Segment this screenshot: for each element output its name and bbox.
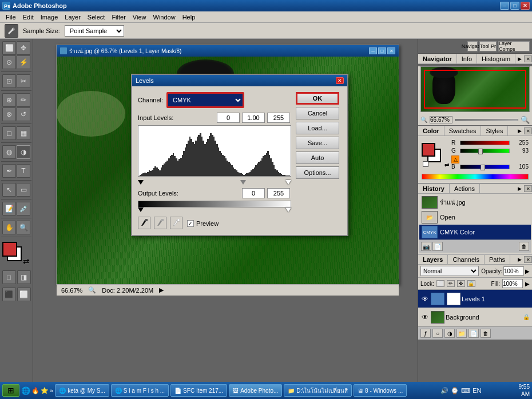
blend-mode-select[interactable]: Normal Multiply Screen (420, 266, 479, 276)
layer-item-background[interactable]: 👁 Background 🔒 (418, 308, 532, 326)
menu-help[interactable]: Help (179, 13, 199, 22)
output-black-point[interactable] (242, 188, 265, 198)
preview-checkbox[interactable]: ✓ (187, 220, 194, 227)
white-point-slider[interactable] (285, 180, 291, 185)
history-item-1[interactable]: รำแน่.jpg (419, 195, 531, 210)
white-eyedropper[interactable] (170, 217, 182, 229)
menu-file[interactable]: File (2, 13, 19, 22)
output-white-point[interactable] (267, 188, 290, 198)
auto-button[interactable]: Auto (296, 151, 339, 164)
image-minimize-btn[interactable]: ─ (369, 47, 377, 54)
menu-image[interactable]: Image (37, 13, 62, 22)
taskbar-btn-5[interactable]: 📁 D:\ในโน้นไม่เปลี่ยนสี (284, 384, 352, 397)
color-close-btn[interactable]: ✕ (524, 127, 532, 134)
tab-navigator[interactable]: Navigator (418, 54, 457, 63)
standard-mode-btn[interactable]: □ (2, 270, 16, 284)
gray-eyedropper[interactable] (154, 217, 166, 229)
layer-comps-btn[interactable]: Layer Comps (498, 41, 530, 51)
crop-tool[interactable]: ⊡ (2, 74, 16, 88)
output-black-slider[interactable] (138, 208, 144, 212)
layer-style-btn[interactable]: ƒ (420, 329, 431, 338)
color-spectrum[interactable] (422, 174, 529, 179)
layer-group-btn[interactable]: 📁 (456, 329, 467, 338)
levels-close-btn[interactable]: ✕ (336, 77, 344, 84)
stamp-tool[interactable]: ⊗ (2, 107, 16, 121)
slice-tool[interactable]: ✂ (17, 74, 30, 88)
history-close-btn[interactable]: ✕ (524, 185, 532, 192)
notes-tool[interactable]: 📝 (2, 202, 16, 216)
taskbar-btn-2[interactable]: 🌐 S i a m F i s h ... (111, 384, 169, 397)
maximize-btn[interactable]: □ (510, 2, 519, 10)
zoom-input[interactable] (430, 116, 452, 123)
black-eyedropper[interactable] (138, 217, 150, 229)
lasso-tool[interactable]: ⊙ (2, 55, 16, 69)
tab-histogram[interactable]: Histogram (477, 54, 515, 63)
layers-menu-btn[interactable]: ▶ (515, 257, 524, 262)
start-button[interactable]: ⊞ (2, 384, 19, 397)
menu-view[interactable]: View (129, 13, 150, 22)
fill-input[interactable] (502, 279, 523, 288)
magic-wand-tool[interactable]: ⚡ (17, 55, 30, 69)
brush-tool[interactable]: ✏ (17, 93, 30, 107)
taskbar-btn-4[interactable]: 🖼 Adobe Photo... (229, 384, 282, 397)
layer-delete-btn[interactable]: 🗑 (481, 329, 491, 338)
taskbar-btn-6[interactable]: 🖥 8 - Windows ... (354, 384, 407, 397)
hand-tool[interactable]: ✋ (2, 221, 16, 234)
history-item-2[interactable]: 📂 Open (419, 210, 531, 225)
input-gamma[interactable] (242, 113, 265, 123)
color-menu-btn[interactable]: ▶ (515, 128, 524, 134)
standard-screen-btn[interactable]: ⬛ (2, 288, 16, 301)
tab-styles[interactable]: Styles (481, 126, 508, 135)
input-white-point[interactable] (267, 113, 290, 123)
output-white-slider[interactable] (285, 208, 291, 212)
zoom-tool[interactable]: 🔍 (17, 221, 30, 234)
image-maximize-btn[interactable]: □ (378, 47, 386, 54)
history-item-3[interactable]: CMYK CMYK Color (419, 225, 531, 240)
lock-position-btn[interactable]: ✥ (457, 280, 465, 287)
layer-eye-background[interactable]: 👁 (420, 313, 430, 322)
tab-color[interactable]: Color (418, 126, 444, 135)
tab-history[interactable]: History (418, 184, 450, 193)
layer-new-btn[interactable]: 📄 (469, 329, 479, 338)
layer-adj-btn[interactable]: ◑ (444, 329, 455, 338)
menu-window[interactable]: Window (150, 13, 179, 22)
tab-channels[interactable]: Channels (448, 255, 484, 264)
opacity-input[interactable] (503, 266, 524, 276)
history-new-doc-btn[interactable]: 📄 (432, 242, 443, 251)
taskbar-btn-1[interactable]: 🌐 keta @ My S... (55, 384, 109, 397)
cancel-button[interactable]: Cancel (296, 107, 339, 119)
gamma-slider[interactable] (240, 180, 246, 185)
brushes-btn[interactable]: Navigator (467, 41, 478, 51)
pen-tool[interactable]: ✒ (2, 164, 16, 178)
menu-filter[interactable]: Filter (108, 13, 129, 22)
save-button[interactable]: Save... (296, 137, 339, 149)
fill-arrow[interactable]: ▶ (525, 281, 530, 287)
load-button[interactable]: Load... (296, 122, 339, 134)
image-close-btn[interactable]: ✕ (387, 47, 395, 54)
lock-transparent-btn[interactable]: ⬜ (436, 280, 444, 287)
swap-icon[interactable]: ⇄ (444, 162, 449, 168)
layers-close-btn[interactable]: ✕ (524, 256, 532, 263)
black-point-slider[interactable] (138, 180, 144, 185)
tab-info[interactable]: Info (457, 54, 477, 63)
healing-brush-tool[interactable]: ⊕ (2, 93, 16, 107)
options-button[interactable]: Options... (296, 166, 339, 179)
eraser-tool[interactable]: ◻ (2, 126, 16, 140)
channel-select[interactable]: CMYK Cyan Magenta Yellow Black (168, 94, 243, 106)
close-btn[interactable]: ✕ (521, 2, 530, 10)
ok-button[interactable]: OK (296, 92, 339, 105)
default-colors-icon[interactable] (423, 161, 428, 167)
swap-colors-icon[interactable]: ⇄ (23, 257, 30, 266)
minimize-btn[interactable]: ─ (500, 2, 509, 10)
lock-image-btn[interactable]: ✏ (447, 280, 455, 287)
quickmask-mode-btn[interactable]: ◨ (17, 270, 31, 284)
navigator-close-btn[interactable]: ✕ (524, 55, 532, 62)
menu-layer[interactable]: Layer (61, 13, 84, 22)
foreground-color-swatch[interactable] (2, 242, 17, 257)
move-tool[interactable]: ✥ (17, 41, 30, 55)
text-tool[interactable]: T (17, 164, 30, 178)
tab-layers[interactable]: Layers (418, 255, 448, 264)
history-delete-btn[interactable]: 🗑 (519, 242, 529, 251)
input-sliders[interactable] (138, 180, 291, 185)
full-screen-btn[interactable]: ⬜ (17, 288, 31, 301)
